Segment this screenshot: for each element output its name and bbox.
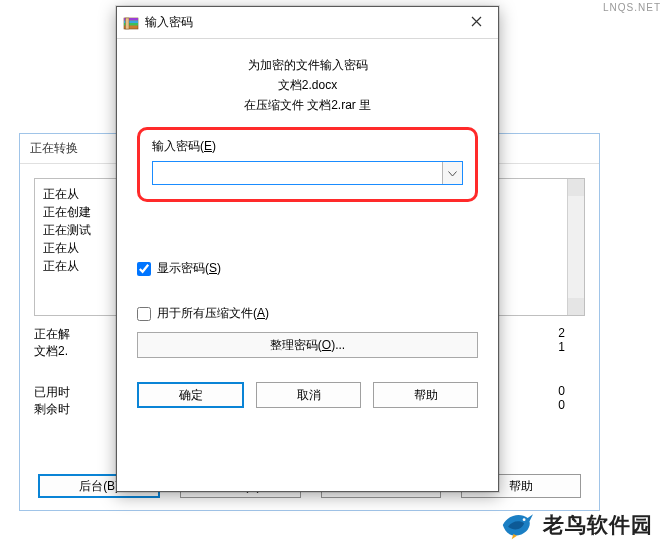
elapsed-label: 已用时 — [34, 384, 70, 401]
show-password-checkbox[interactable]: 显示密码(S) — [137, 260, 478, 277]
scrollbar[interactable] — [567, 179, 584, 315]
elapsed-value: 0 — [558, 384, 585, 398]
file-label: 文档2. — [34, 343, 70, 360]
show-password-input[interactable] — [137, 262, 151, 276]
password-label: 输入密码(E) — [152, 138, 463, 155]
remain-label: 剩余时 — [34, 401, 70, 418]
brand-text: 老鸟软件园 — [543, 511, 653, 539]
apply-all-checkbox[interactable]: 用于所有压缩文件(A) — [137, 305, 478, 322]
help-button[interactable]: 帮助 — [373, 382, 478, 408]
header-line: 文档2.docx — [137, 75, 478, 95]
count-value: 2 — [558, 326, 585, 340]
svg-point-5 — [523, 518, 526, 521]
chevron-down-icon — [448, 166, 457, 180]
cancel-button[interactable]: 取消 — [256, 382, 361, 408]
brand-footer: 老鸟软件园 — [499, 509, 653, 541]
show-password-label: 显示密码(S) — [157, 260, 221, 277]
close-icon — [471, 16, 482, 30]
winrar-icon — [123, 15, 139, 31]
password-highlight: 输入密码(E) — [137, 127, 478, 202]
dialog-title: 输入密码 — [145, 14, 193, 31]
apply-all-label: 用于所有压缩文件(A) — [157, 305, 269, 322]
password-input[interactable] — [153, 162, 442, 184]
extracting-label: 正在解 — [34, 326, 70, 343]
header-line: 为加密的文件输入密码 — [137, 55, 478, 75]
ok-button[interactable]: 确定 — [137, 382, 244, 408]
titlebar[interactable]: 输入密码 — [117, 7, 498, 39]
password-combobox[interactable] — [152, 161, 463, 185]
bird-icon — [499, 509, 535, 541]
dialog-header-text: 为加密的文件输入密码 文档2.docx 在压缩文件 文档2.rar 里 — [137, 55, 478, 115]
watermark: LNQS.NET — [603, 2, 661, 13]
password-dialog: 输入密码 为加密的文件输入密码 文档2.docx 在压缩文件 文档2.rar 里… — [116, 6, 499, 492]
dropdown-button[interactable] — [442, 162, 462, 184]
apply-all-input[interactable] — [137, 307, 151, 321]
close-button[interactable] — [454, 8, 498, 38]
remain-value: 0 — [558, 398, 585, 412]
manage-passwords-button[interactable]: 整理密码(O)... — [137, 332, 478, 358]
svg-rect-4 — [126, 18, 130, 29]
count-value: 1 — [558, 340, 585, 354]
header-line: 在压缩文件 文档2.rar 里 — [137, 95, 478, 115]
